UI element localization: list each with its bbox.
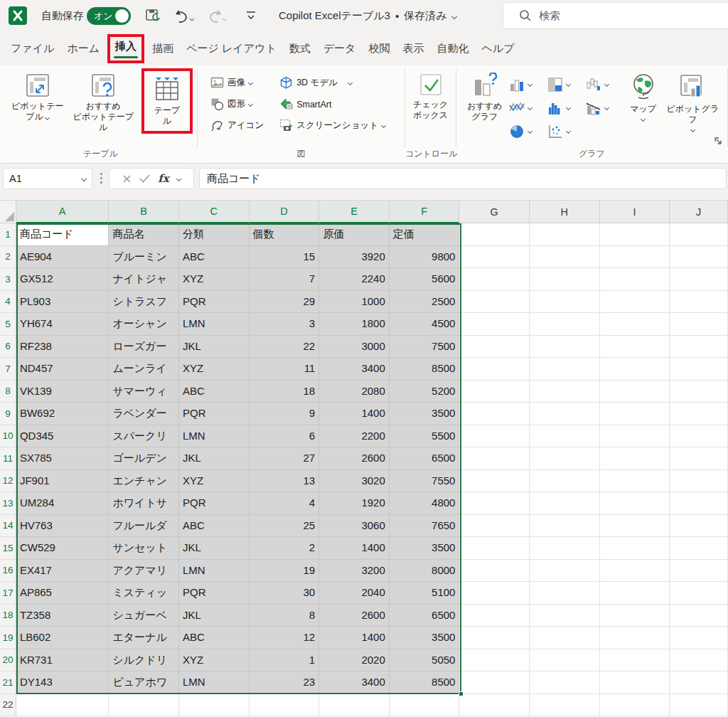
cell-E21[interactable]: 3400 — [319, 671, 390, 694]
combo-chart-button[interactable] — [583, 96, 621, 120]
cell-D3[interactable]: 7 — [250, 268, 320, 291]
cell-H2[interactable] — [530, 246, 600, 269]
tab-data[interactable]: データ — [323, 42, 356, 54]
cell-F5[interactable]: 4500 — [390, 313, 460, 336]
cell-J12[interactable] — [670, 470, 728, 493]
cell-G15[interactable] — [459, 537, 530, 560]
smartart-button[interactable]: SmartArt — [277, 94, 388, 115]
cell-C5[interactable]: LMN — [179, 313, 250, 336]
cell-D18[interactable]: 8 — [250, 605, 320, 627]
customize-toolbar-icon[interactable] — [245, 11, 257, 21]
cell-B15[interactable]: サンセット — [109, 537, 179, 560]
cell-C9[interactable]: PQR — [179, 403, 250, 425]
cell-J2[interactable] — [670, 246, 728, 269]
cell-E8[interactable]: 2080 — [319, 381, 390, 403]
cell-I14[interactable] — [600, 515, 670, 538]
cell-I8[interactable] — [600, 381, 670, 403]
cell-G7[interactable] — [459, 358, 530, 381]
cell-E2[interactable]: 3920 — [319, 246, 390, 269]
formula-input[interactable]: 商品コード — [199, 168, 727, 189]
cell-I3[interactable] — [600, 268, 670, 291]
cell-E15[interactable]: 1400 — [319, 537, 390, 560]
cell-E12[interactable]: 3020 — [319, 470, 390, 493]
cell-F15[interactable]: 3500 — [390, 537, 460, 560]
cell-C8[interactable]: ABC — [179, 381, 250, 403]
cell-I19[interactable] — [600, 627, 670, 649]
cell-H21[interactable] — [530, 671, 600, 694]
cell-E20[interactable]: 2020 — [319, 649, 390, 672]
column-header-B[interactable]: B — [109, 201, 179, 223]
cell-F8[interactable]: 5200 — [390, 381, 460, 403]
cancel-icon[interactable] — [122, 174, 132, 184]
cell-B6[interactable]: ローズガー — [109, 336, 179, 358]
cell-B21[interactable]: ピュアホワ — [109, 671, 179, 694]
cell-A6[interactable]: RF238 — [16, 336, 109, 358]
cell-A3[interactable]: GX512 — [16, 268, 109, 291]
cell-I16[interactable] — [600, 560, 670, 583]
cell-J10[interactable] — [670, 425, 728, 448]
cell-E16[interactable]: 3200 — [319, 560, 390, 583]
cell-F14[interactable]: 7650 — [390, 515, 460, 538]
cell-H19[interactable] — [530, 627, 600, 649]
cell-F4[interactable]: 2500 — [390, 291, 460, 314]
cell-D9[interactable]: 9 — [250, 403, 320, 425]
tab-page-layout[interactable]: ページ レイアウト — [186, 42, 277, 54]
cell-G2[interactable] — [459, 246, 530, 269]
column-header-F[interactable]: F — [390, 201, 460, 223]
name-box[interactable]: A1 — [3, 168, 92, 189]
cell-H7[interactable] — [530, 358, 600, 381]
cell-J6[interactable] — [670, 336, 728, 358]
tab-help[interactable]: ヘルプ — [481, 42, 514, 54]
column-header-D[interactable]: D — [250, 201, 320, 223]
cell-A18[interactable]: TZ358 — [16, 605, 109, 627]
cell-F20[interactable]: 5050 — [390, 649, 460, 672]
cell-J3[interactable] — [670, 268, 728, 291]
maps-button[interactable]: マップ — [624, 70, 663, 124]
cell-D8[interactable]: 18 — [250, 381, 320, 403]
cell-I7[interactable] — [600, 358, 670, 381]
cell-B4[interactable]: シトラスフ — [109, 291, 179, 314]
enter-icon[interactable] — [139, 174, 150, 183]
cell-F6[interactable]: 7500 — [390, 336, 460, 358]
cell-A2[interactable]: AE904 — [16, 246, 109, 269]
row-header-22[interactable]: 22 — [0, 694, 16, 717]
cell-G9[interactable] — [459, 403, 530, 425]
cell-J22[interactable] — [670, 694, 728, 717]
cell-D22[interactable] — [250, 694, 320, 717]
recommended-pivot-button[interactable]: おすすめ ピボットテーブル — [66, 70, 140, 136]
cell-E19[interactable]: 1400 — [319, 627, 390, 649]
cell-J21[interactable] — [670, 671, 728, 694]
cell-I15[interactable] — [600, 537, 670, 560]
line-chart-button[interactable] — [506, 96, 545, 120]
cell-G8[interactable] — [459, 381, 530, 403]
cell-F1[interactable]: 定価 — [390, 223, 460, 246]
cell-F9[interactable]: 3500 — [390, 403, 460, 425]
cell-H15[interactable] — [530, 537, 600, 560]
cell-A1[interactable]: 商品コード — [16, 223, 109, 246]
screenshot-button[interactable]: スクリーンショット — [277, 115, 388, 136]
cell-G13[interactable] — [459, 492, 530, 515]
cell-H6[interactable] — [530, 336, 600, 358]
cell-D13[interactable]: 4 — [250, 492, 320, 515]
cell-H5[interactable] — [530, 313, 600, 336]
cell-C2[interactable]: ABC — [179, 246, 250, 269]
recommended-charts-button[interactable]: おすすめ グラフ — [464, 70, 506, 125]
row-header-9[interactable]: 9 — [0, 403, 16, 425]
cell-E13[interactable]: 1920 — [319, 492, 390, 515]
cell-B14[interactable]: フルールダ — [109, 515, 179, 538]
cell-F7[interactable]: 8500 — [390, 358, 460, 381]
cell-J1[interactable] — [670, 223, 728, 246]
cell-A9[interactable]: BW692 — [16, 403, 109, 425]
icons-button[interactable]: アイコン — [208, 115, 267, 136]
cell-B17[interactable]: ミスティッ — [109, 582, 179, 605]
row-header-4[interactable]: 4 — [0, 291, 16, 314]
cell-C4[interactable]: PQR — [179, 291, 250, 314]
search-input[interactable]: 検索 — [503, 2, 728, 29]
cell-B11[interactable]: ゴールデン — [109, 447, 179, 470]
cell-G4[interactable] — [459, 291, 530, 314]
cell-I6[interactable] — [600, 336, 670, 358]
scatter-chart-button[interactable] — [545, 120, 583, 143]
cell-I17[interactable] — [600, 582, 670, 605]
column-header-C[interactable]: C — [179, 201, 250, 223]
cell-F10[interactable]: 5500 — [390, 425, 460, 448]
